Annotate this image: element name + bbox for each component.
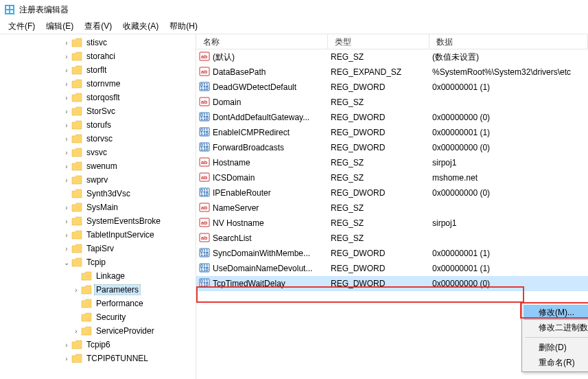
- value-row[interactable]: abICSDomainREG_SZmshome.net: [196, 170, 588, 185]
- tree-pane[interactable]: ›stisvc›storahci›storflt›stornvme›storqo…: [0, 34, 196, 379]
- ctx-modify[interactable]: 修改(M)...: [524, 305, 588, 320]
- tree-twisty-icon[interactable]: ›: [62, 245, 71, 253]
- reg-bin-icon: 011110: [199, 126, 210, 139]
- tree-item-swprv[interactable]: ›swprv: [0, 173, 196, 187]
- tree-twisty-icon[interactable]: ›: [62, 355, 71, 363]
- value-row[interactable]: ab(默认)REG_SZ(数值未设置): [196, 49, 588, 65]
- value-name: EnableICMPRedirect: [213, 128, 290, 137]
- tree-twisty-icon[interactable]: ›: [62, 341, 71, 349]
- value-row[interactable]: 011110DeadGWDetectDefaultREG_DWORD0x0000…: [196, 80, 588, 95]
- tree-twisty-icon[interactable]: ›: [62, 67, 71, 74]
- tree-twisty-icon[interactable]: ›: [62, 53, 71, 60]
- reg-bin-icon: 011110: [199, 81, 210, 94]
- value-row[interactable]: abDomainREG_SZ: [196, 95, 588, 110]
- tree-twisty-icon[interactable]: ›: [62, 80, 71, 88]
- list-body: ab(默认)REG_SZ(数值未设置)abDataBasePathREG_EXP…: [196, 49, 588, 291]
- tree-item-storahci[interactable]: ›storahci: [0, 49, 196, 63]
- tree-item-synth3dvsc[interactable]: Synth3dVsc: [0, 187, 196, 200]
- tree-item-tcpip[interactable]: ⌄Tcpip: [0, 255, 196, 269]
- tree-twisty-icon[interactable]: ›: [62, 39, 71, 47]
- tree-item-svsvc[interactable]: ›svsvc: [0, 146, 196, 159]
- tree-twisty-icon[interactable]: ›: [71, 328, 81, 335]
- reg-bin-icon: 011110: [199, 111, 210, 124]
- window-title: 注册表编辑器: [19, 4, 69, 16]
- svg-text:110: 110: [200, 282, 209, 287]
- tree-twisty-icon[interactable]: ›: [62, 231, 71, 239]
- tree-item-swenum[interactable]: ›swenum: [0, 159, 196, 173]
- menu-view[interactable]: 查看(V): [79, 19, 117, 34]
- value-row[interactable]: abHostnameREG_SZsirpoj1: [196, 155, 588, 170]
- tree-item-sysmain[interactable]: ›SysMain: [0, 200, 196, 214]
- tree-twisty-icon[interactable]: ›: [62, 94, 71, 102]
- list-pane[interactable]: 名称 类型 数据 ab(默认)REG_SZ(数值未设置)abDataBasePa…: [196, 34, 588, 379]
- value-row[interactable]: abNV HostnameREG_SZsirpoj1: [196, 216, 588, 231]
- value-data: sirpoj1: [430, 158, 588, 168]
- tree-item-parameters[interactable]: ›Parameters: [0, 283, 196, 297]
- col-header-data[interactable]: 数据: [430, 34, 588, 49]
- tree-twisty-icon[interactable]: ›: [71, 286, 81, 294]
- tree-item-storqosflt[interactable]: ›storqosflt: [0, 91, 196, 104]
- reg-bin-icon: 011110: [199, 277, 210, 290]
- ctx-separator: [525, 337, 588, 338]
- tree-twisty-icon[interactable]: ⌄: [62, 259, 71, 266]
- tree-twisty-icon[interactable]: ›: [62, 204, 71, 211]
- tree-item-tcpip6[interactable]: ›Tcpip6: [0, 338, 196, 352]
- list-header: 名称 类型 数据: [196, 34, 588, 49]
- col-header-name[interactable]: 名称: [196, 34, 328, 49]
- tree-item-tabletinputservice[interactable]: ›TabletInputService: [0, 228, 196, 242]
- tree-twisty-icon[interactable]: ›: [62, 176, 71, 184]
- tree-item-stisvc[interactable]: ›stisvc: [0, 36, 196, 49]
- tree-item-storsvc[interactable]: ›StorSvc: [0, 104, 196, 118]
- context-menu: 修改(M)... 修改二进制数据(B)... 删除(D) 重命名(R): [521, 303, 588, 372]
- value-data: 0x00000001 (1): [430, 82, 588, 92]
- menu-edit[interactable]: 编辑(E): [40, 19, 79, 34]
- tree-item-label: storqosflt: [85, 93, 121, 102]
- value-row[interactable]: 011110SyncDomainWithMembe...REG_DWORD0x0…: [196, 246, 588, 261]
- tree-item-security[interactable]: Security: [0, 310, 196, 324]
- tree-twisty-icon[interactable]: ›: [62, 149, 71, 157]
- value-row[interactable]: 011110EnableICMPRedirectREG_DWORD0x00000…: [196, 125, 588, 140]
- menu-help[interactable]: 帮助(H): [164, 19, 203, 34]
- tree-twisty-icon[interactable]: ›: [62, 135, 71, 143]
- value-row[interactable]: abSearchListREG_SZ: [196, 231, 588, 246]
- tree-item-systemeventsbroke[interactable]: ›SystemEventsBroke: [0, 214, 196, 228]
- tree-item-storflt[interactable]: ›storflt: [0, 63, 196, 77]
- tree-item-storufs[interactable]: ›storufs: [0, 118, 196, 132]
- tree-item-storvsc[interactable]: ›storvsc: [0, 132, 196, 146]
- value-row[interactable]: 011110ForwardBroadcastsREG_DWORD0x000000…: [196, 140, 588, 155]
- svg-text:ab: ab: [201, 69, 207, 75]
- value-row[interactable]: abDataBasePathREG_EXPAND_SZ%SystemRoot%\…: [196, 65, 588, 80]
- value-row[interactable]: 011110TcpTimedWaitDelayREG_DWORD0x000000…: [196, 276, 588, 291]
- reg-bin-icon: 011110: [199, 247, 210, 260]
- tree-item-stornvme[interactable]: ›stornvme: [0, 77, 196, 91]
- col-header-type[interactable]: 类型: [328, 34, 430, 49]
- tree-twisty-icon[interactable]: ›: [62, 163, 71, 170]
- ctx-rename[interactable]: 重命名(R): [524, 355, 588, 370]
- value-row[interactable]: abNameServerREG_SZ: [196, 200, 588, 216]
- tree-item-linkage[interactable]: Linkage: [0, 269, 196, 283]
- tree-item-label: storufs: [85, 120, 113, 130]
- value-data: 0x00000000 (0): [430, 188, 588, 198]
- tree-item-performance[interactable]: Performance: [0, 297, 196, 310]
- tree-item-label: Tcpip6: [85, 340, 112, 349]
- value-type: REG_SZ: [328, 233, 430, 243]
- tree-item-tapisrv[interactable]: ›TapiSrv: [0, 242, 196, 255]
- svg-text:110: 110: [200, 116, 209, 121]
- menu-favorites[interactable]: 收藏夹(A): [117, 19, 164, 34]
- svg-text:110: 110: [200, 86, 209, 91]
- value-row[interactable]: 011110IPEnableRouterREG_DWORD0x00000000 …: [196, 185, 588, 200]
- tree-item-serviceprovider[interactable]: ›ServiceProvider: [0, 324, 196, 338]
- value-name: ICSDomain: [213, 173, 255, 183]
- tree-twisty-icon[interactable]: ›: [62, 218, 71, 225]
- tree-twisty-icon[interactable]: ›: [62, 108, 71, 115]
- ctx-modify-binary[interactable]: 修改二进制数据(B)...: [524, 320, 588, 335]
- ctx-delete[interactable]: 删除(D): [524, 340, 588, 355]
- reg-str-icon: ab: [199, 202, 210, 215]
- menubar: 文件(F) 编辑(E) 查看(V) 收藏夹(A) 帮助(H): [0, 19, 588, 34]
- tree-item-label: storvsc: [85, 134, 114, 143]
- menu-file[interactable]: 文件(F): [3, 19, 40, 34]
- tree-item-tcpip6tunnel[interactable]: ›TCPIP6TUNNEL: [0, 352, 196, 365]
- value-row[interactable]: 011110DontAddDefaultGateway...REG_DWORD0…: [196, 110, 588, 125]
- tree-twisty-icon[interactable]: ›: [62, 122, 71, 129]
- value-row[interactable]: 011110UseDomainNameDevolut...REG_DWORD0x…: [196, 261, 588, 276]
